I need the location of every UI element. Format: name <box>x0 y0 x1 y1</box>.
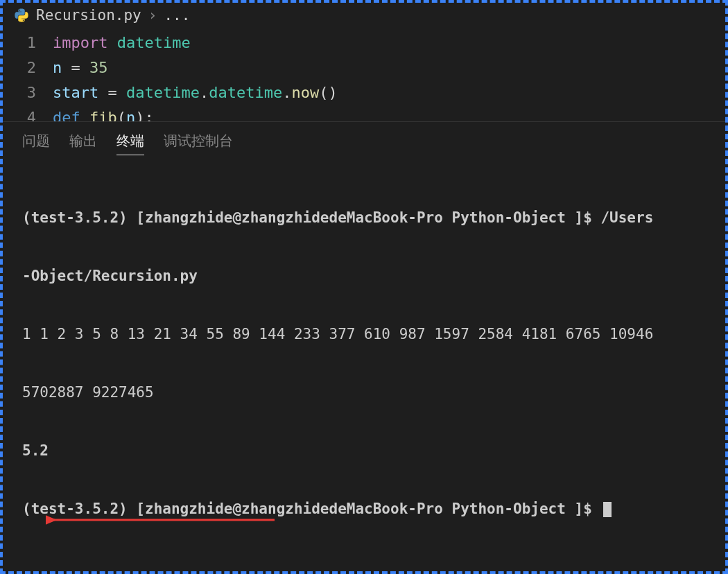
terminal-output[interactable]: (test-3.5.2) [zhangzhide@zhangzhidedeMac… <box>3 162 725 571</box>
breadcrumb[interactable]: Recursion.py › ... <box>3 3 725 28</box>
chevron-right-icon: › <box>148 7 157 24</box>
terminal-cursor <box>603 502 612 517</box>
terminal-prompt: (test-3.5.2) [zhangzhide@zhangzhidedeMac… <box>22 499 706 519</box>
terminal-result: 5.2 <box>22 441 706 460</box>
code-line[interactable]: def fib(n): <box>53 105 154 121</box>
panel-tabs: 问题 输出 终端 调试控制台 <box>3 121 725 162</box>
terminal-line: 1 1 2 3 5 8 13 21 34 55 89 144 233 377 6… <box>22 324 706 344</box>
tab-terminal[interactable]: 终端 <box>116 132 144 155</box>
code-editor[interactable]: 1 import datetime 2 n = 35 3 start = dat… <box>3 28 725 121</box>
terminal-line: (test-3.5.2) [zhangzhide@zhangzhidedeMac… <box>22 208 706 227</box>
code-line[interactable]: n = 35 <box>53 55 108 80</box>
line-number: 2 <box>3 55 53 80</box>
tab-problems[interactable]: 问题 <box>22 132 50 155</box>
python-icon <box>14 8 29 23</box>
code-line[interactable]: start = datetime.datetime.now() <box>53 80 338 105</box>
line-number: 3 <box>3 80 53 105</box>
tab-output[interactable]: 输出 <box>69 132 97 155</box>
breadcrumb-rest[interactable]: ... <box>164 7 190 24</box>
tab-debug-console[interactable]: 调试控制台 <box>164 132 233 155</box>
code-line[interactable]: import datetime <box>53 31 191 55</box>
line-number: 1 <box>3 31 53 55</box>
editor-window: Recursion.py › ... 1 import datetime 2 n… <box>0 0 728 574</box>
line-number: 4 <box>3 105 53 121</box>
breadcrumb-filename[interactable]: Recursion.py <box>36 7 141 24</box>
terminal-line: 5702887 9227465 <box>22 383 706 402</box>
terminal-line: -Object/Recursion.py <box>22 266 706 286</box>
